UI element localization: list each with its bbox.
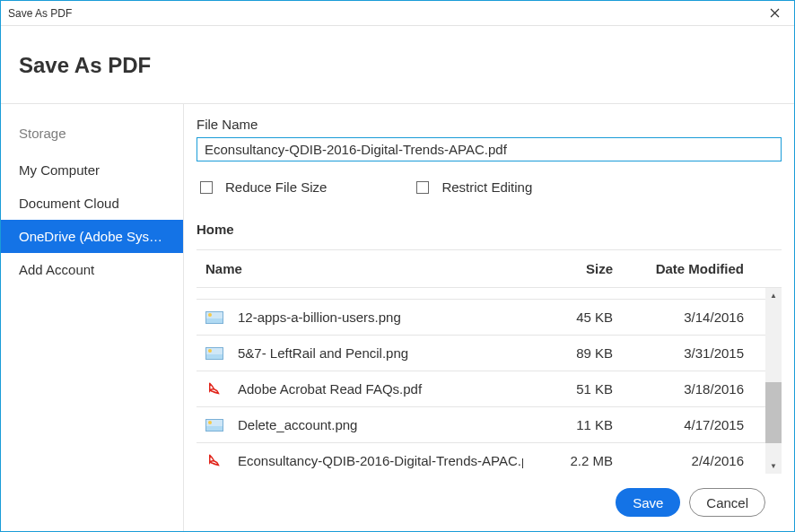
scroll-track[interactable] [765, 303, 782, 458]
image-icon [205, 418, 223, 432]
close-button[interactable] [762, 1, 787, 26]
scroll-thumb[interactable] [765, 382, 782, 443]
file-date: 3/31/2015 [622, 345, 765, 361]
file-date: 4/17/2015 [622, 417, 765, 432]
image-icon [205, 346, 223, 361]
restrict-editing-checkbox[interactable]: Restrict Editing [416, 179, 532, 195]
file-name: Adobe Acrobat Read FAQs.pdf [238, 381, 422, 397]
file-name: Econsultancy-QDIB-2016-Digital-Trends-AP… [238, 453, 523, 468]
sidebar: Storage My Computer Document Cloud OneDr… [1, 104, 184, 531]
table-row[interactable]: Econsultancy-QDIB-2016-Digital-Trends-AP… [197, 443, 782, 474]
col-header-date[interactable]: Date Modified [622, 261, 765, 276]
file-grid: Name Size Date Modified teams [197, 249, 782, 474]
cancel-button[interactable]: Cancel [689, 488, 765, 517]
file-name: Delete_account.png [238, 417, 357, 432]
table-row[interactable]: Adobe Acrobat Read FAQs.pdf 51 KB 3/18/2… [197, 371, 782, 407]
checkbox-box-icon [416, 181, 429, 194]
restrict-label: Restrict Editing [441, 179, 532, 195]
main-panel: File Name Reduce File Size Restrict Edit… [184, 104, 794, 531]
sidebar-item-onedrive[interactable]: OneDrive (Adobe Syste... [1, 220, 183, 253]
reduce-label: Reduce File Size [225, 179, 327, 195]
sidebar-item-add-account[interactable]: Add Account [1, 253, 183, 286]
col-header-name[interactable]: Name [197, 261, 523, 276]
table-row[interactable]: Delete_account.png 11 KB 4/17/2015 [197, 407, 782, 443]
checkbox-box-icon [200, 181, 213, 194]
close-icon [770, 8, 780, 18]
col-header-size[interactable]: Size [523, 261, 622, 276]
file-size: 51 KB [523, 381, 622, 397]
scrollbar[interactable]: ▲ ▼ [765, 288, 782, 474]
file-date: 2/4/2016 [622, 453, 765, 468]
sidebar-item-document-cloud[interactable]: Document Cloud [1, 187, 183, 220]
options-row: Reduce File Size Restrict Editing [197, 161, 782, 222]
scroll-down-icon[interactable]: ▼ [765, 458, 782, 474]
file-size: 89 KB [523, 345, 622, 361]
breadcrumb[interactable]: Home [197, 222, 782, 249]
file-date: 3/14/2016 [622, 310, 765, 325]
footer: Save Cancel [197, 474, 782, 531]
pdf-icon [205, 382, 223, 397]
grid-body: teams 12-apps-a-billion-users.png 45 KB … [197, 288, 782, 474]
sidebar-item-my-computer[interactable]: My Computer [1, 153, 183, 187]
grid-header: Name Size Date Modified [197, 250, 782, 288]
reduce-file-size-checkbox[interactable]: Reduce File Size [200, 179, 327, 195]
save-as-dialog: Save As PDF Save As PDF Storage My Compu… [0, 0, 795, 532]
sidebar-title: Storage [1, 126, 183, 153]
image-icon [205, 310, 223, 325]
filename-label: File Name [197, 117, 782, 137]
file-size: 45 KB [523, 310, 622, 325]
titlebar: Save As PDF [1, 1, 794, 26]
scroll-up-icon[interactable]: ▲ [765, 288, 782, 303]
filename-input[interactable] [197, 137, 782, 161]
pdf-icon [205, 454, 223, 468]
window-title: Save As PDF [8, 7, 72, 20]
dialog-heading: Save As PDF [1, 26, 794, 103]
table-row[interactable]: teams [197, 288, 782, 300]
save-button[interactable]: Save [616, 488, 680, 517]
file-date: 3/18/2016 [622, 381, 765, 397]
dialog-body: Storage My Computer Document Cloud OneDr… [1, 103, 794, 531]
table-row[interactable]: 5&7- LeftRail and Pencil.png 89 KB 3/31/… [197, 336, 782, 371]
table-row[interactable]: 12-apps-a-billion-users.png 45 KB 3/14/2… [197, 300, 782, 336]
file-size: 11 KB [523, 417, 622, 432]
file-name: 12-apps-a-billion-users.png [238, 310, 401, 325]
file-size: 2.2 MB [523, 453, 622, 468]
file-name: 5&7- LeftRail and Pencil.png [238, 345, 408, 361]
